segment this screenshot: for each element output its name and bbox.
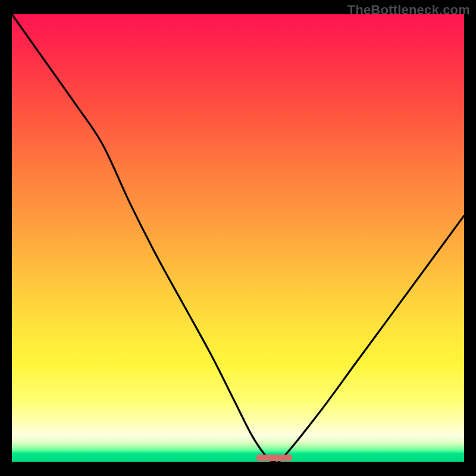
- bottleneck-curve: [12, 14, 464, 462]
- chart-frame: TheBottleneck.com: [0, 0, 476, 476]
- optimum-marker: [256, 455, 292, 461]
- plot-svg: [12, 14, 464, 462]
- bottleneck-plot: [12, 14, 464, 462]
